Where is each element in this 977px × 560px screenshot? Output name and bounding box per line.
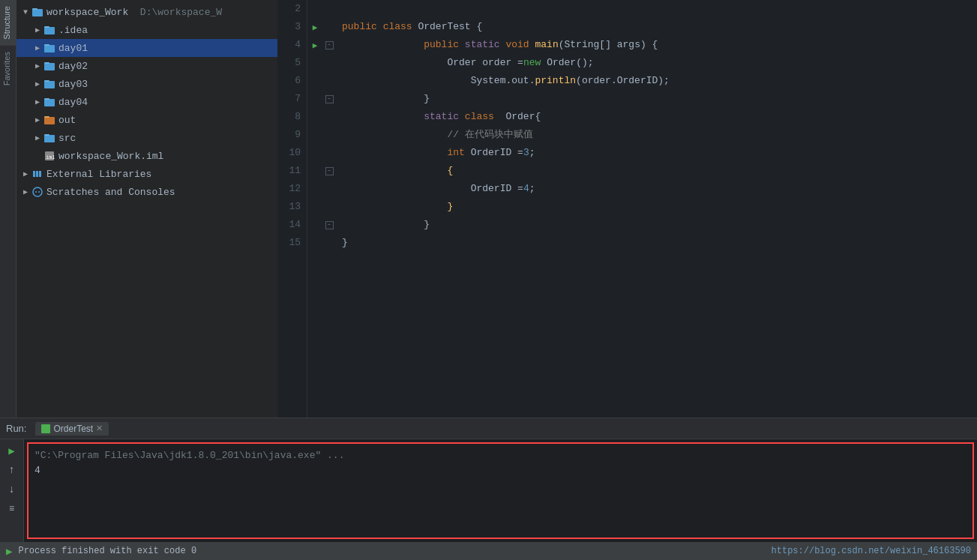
fold-button-4[interactable]: - (325, 41, 334, 49)
svg-rect-14 (44, 135, 55, 142)
tab-run-icon (41, 424, 50, 433)
tab-label: OrderTest (53, 424, 93, 434)
svg-point-22 (35, 191, 37, 193)
day04-label: day04 (58, 97, 88, 108)
gutter-11 (307, 162, 322, 180)
svg-rect-6 (44, 63, 55, 70)
gutter-6 (307, 72, 322, 90)
gutter-8 (307, 108, 322, 126)
scroll-up-button[interactable]: ↑ (4, 462, 20, 478)
tree-item-workspace[interactable]: workspace_Work D:\workspace_W (16, 3, 293, 21)
gutter-10 (307, 144, 322, 162)
svg-rect-19 (36, 171, 38, 177)
run-icon[interactable]: ▶ (313, 40, 318, 50)
svg-rect-0 (32, 9, 43, 16)
favorites-tab[interactable]: Favorites (0, 46, 16, 91)
fold-gutter: - - - - (322, 0, 336, 418)
svg-point-23 (38, 191, 40, 193)
fold-button-11[interactable]: - (325, 167, 334, 175)
folder-icon-day04 (43, 96, 55, 108)
svg-rect-15 (44, 134, 49, 136)
expand-arrow (31, 96, 43, 108)
expand-arrow (31, 132, 43, 144)
tree-item-ext-libs[interactable]: External Libraries (16, 165, 293, 183)
expand-arrow (19, 186, 31, 198)
folder-icon-out (43, 114, 55, 126)
svg-text:iml: iml (46, 154, 55, 160)
gutter-12 (307, 180, 322, 198)
gutter-15 (307, 234, 322, 252)
tree-item-day03[interactable]: day03 (16, 75, 293, 93)
gutter-14 (307, 216, 322, 234)
code-line-2 (342, 0, 977, 18)
svg-rect-5 (44, 44, 49, 46)
structure-tab[interactable]: Structure (0, 0, 16, 46)
gutter-4[interactable]: ▶ (307, 36, 322, 54)
workspace-label: workspace_Work D:\workspace_W (46, 7, 222, 18)
status-url[interactable]: https://blog.csdn.net/weixin_46163590 (772, 546, 971, 556)
expand-arrow (19, 168, 31, 180)
folder-icon-src (43, 132, 55, 144)
code-line-3: public class OrderTest { (342, 18, 977, 36)
code-line-13: } (342, 198, 977, 216)
console-line-1: "C:\Program Files\Java\jdk1.8.0_201\bin\… (34, 448, 967, 463)
bottom-panel: Run: OrderTest ✕ ▶ ↑ ↓ ≡ "C:\Program Fil… (0, 418, 977, 560)
console-toolbar: ▶ ↑ ↓ ≡ (0, 439, 24, 542)
svg-rect-20 (39, 171, 41, 177)
scratches-label: Scratches and Consoles (46, 187, 175, 198)
fold-button-14[interactable]: - (325, 221, 334, 229)
tree-item-day04[interactable]: day04 (16, 93, 293, 111)
ordertest-tab[interactable]: OrderTest ✕ (35, 422, 109, 436)
expand-arrow (31, 78, 43, 90)
svg-rect-9 (44, 80, 49, 82)
day01-label: day01 (58, 43, 88, 54)
iml-label: workspace_Work.iml (58, 151, 163, 162)
status-play-icon: ▶ (6, 545, 12, 558)
expand-arrow (19, 6, 31, 18)
project-tree: workspace_Work D:\workspace_W .idea (16, 0, 293, 418)
svg-point-21 (33, 187, 42, 196)
tree-item-day01[interactable]: day01 (16, 39, 293, 57)
expand-arrow (31, 114, 43, 126)
stop-button[interactable]: ≡ (4, 501, 20, 517)
code-editor: 2 3 4 5 6 7 8 9 10 11 12 13 14 15 ▶ (277, 0, 977, 418)
tree-item-iml[interactable]: iml workspace_Work.iml (16, 147, 293, 165)
svg-rect-10 (44, 99, 55, 106)
svg-rect-2 (44, 27, 55, 34)
svg-rect-13 (44, 116, 49, 118)
tree-item-day02[interactable]: day02 (16, 57, 293, 75)
rerun-button[interactable]: ▶ (4, 442, 20, 459)
gutter-9 (307, 126, 322, 144)
tree-item-out[interactable]: out (16, 111, 293, 129)
tree-item-src[interactable]: src (16, 129, 293, 147)
code-line-15: } (342, 234, 977, 252)
status-text: Process finished with exit code 0 (18, 546, 196, 556)
svg-rect-7 (44, 62, 49, 64)
day03-label: day03 (58, 79, 88, 90)
gutter-2 (307, 0, 322, 18)
run-icon[interactable]: ▶ (313, 22, 318, 32)
svg-rect-1 (32, 8, 37, 10)
svg-rect-18 (33, 171, 35, 177)
gutter-3[interactable]: ▶ (307, 18, 322, 36)
out-label: out (58, 115, 76, 126)
src-label: src (58, 133, 76, 144)
svg-rect-11 (44, 98, 49, 100)
expand-arrow (31, 42, 43, 54)
libs-icon (31, 168, 43, 180)
svg-rect-8 (44, 81, 55, 88)
gutter-7 (307, 90, 322, 108)
tab-close-button[interactable]: ✕ (96, 424, 103, 433)
folder-icon-day03 (43, 78, 55, 90)
console-line-2: 4 (34, 463, 967, 478)
tree-item-scratches[interactable]: Scratches and Consoles (16, 183, 293, 201)
tree-item-idea[interactable]: .idea (16, 21, 293, 39)
console-area: ▶ ↑ ↓ ≡ "C:\Program Files\Java\jdk1.8.0_… (0, 439, 977, 542)
code-content[interactable]: public class OrderTest { public static v… (336, 0, 977, 418)
run-label: Run: (6, 423, 26, 434)
status-left: ▶ Process finished with exit code 0 (6, 545, 196, 558)
fold-button-7[interactable]: - (325, 95, 334, 103)
day02-label: day02 (58, 61, 88, 72)
expand-arrow (31, 60, 43, 72)
scroll-down-button[interactable]: ↓ (4, 481, 20, 498)
